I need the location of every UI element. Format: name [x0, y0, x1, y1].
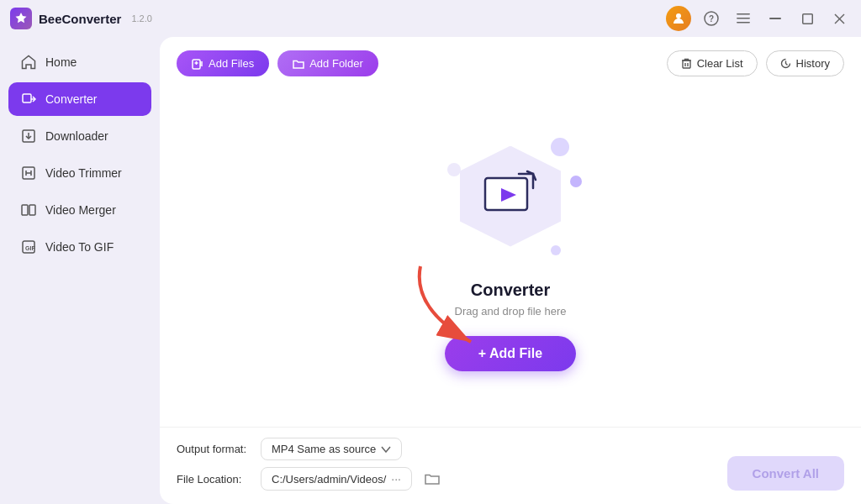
- sidebar-item-home-label: Home: [45, 55, 77, 69]
- trimmer-icon: [20, 165, 37, 181]
- svg-rect-19: [29, 205, 35, 215]
- toolbar-right: Clear List History: [667, 50, 844, 76]
- file-location-input[interactable]: C:/Users/admin/Videos/ ···: [261, 467, 412, 491]
- output-format-label: Output format:: [177, 443, 252, 455]
- dot-decoration-4: [447, 163, 461, 176]
- dot-decoration-1: [551, 138, 569, 156]
- media-icon: [481, 170, 540, 223]
- home-icon: [20, 54, 37, 71]
- svg-rect-7: [802, 13, 812, 24]
- app-logo: [10, 8, 32, 29]
- add-files-button[interactable]: Add Files: [177, 50, 269, 76]
- title-bar-controls: ?: [666, 6, 851, 31]
- history-button[interactable]: History: [766, 50, 844, 76]
- svg-rect-28: [683, 60, 690, 68]
- downloader-icon: [20, 128, 37, 144]
- gif-icon: GIF: [20, 239, 37, 255]
- dot-decoration-3: [551, 245, 561, 255]
- svg-text:?: ?: [709, 14, 714, 24]
- convert-all-button[interactable]: Convert All: [727, 456, 844, 491]
- bottom-bar: Output format: MP4 Same as source File L…: [160, 427, 861, 504]
- toolbar: Add Files Add Folder: [160, 37, 861, 90]
- drop-zone-subtitle: Drag and drop file here: [455, 305, 567, 318]
- sidebar-item-downloader-label: Downloader: [45, 129, 108, 143]
- sidebar-item-video-to-gif-label: Video To GIF: [45, 240, 114, 254]
- format-row: Output format: MP4 Same as source: [177, 438, 444, 460]
- svg-rect-18: [22, 205, 28, 215]
- sidebar-item-video-merger-label: Video Merger: [45, 203, 116, 217]
- hex-container: [443, 129, 578, 264]
- svg-rect-3: [737, 13, 750, 15]
- location-dots-button[interactable]: ···: [391, 472, 401, 486]
- dot-decoration-2: [570, 176, 582, 187]
- sidebar-item-home[interactable]: Home: [8, 45, 151, 79]
- output-format-select[interactable]: MP4 Same as source: [261, 438, 402, 460]
- maximize-button[interactable]: [795, 7, 819, 30]
- svg-rect-5: [737, 22, 750, 24]
- sidebar-item-converter[interactable]: Converter: [8, 82, 151, 116]
- svg-text:GIF: GIF: [25, 245, 35, 251]
- svg-rect-10: [23, 94, 31, 102]
- file-location-label: File Location:: [177, 473, 252, 486]
- add-file-button[interactable]: + Add File: [445, 336, 576, 371]
- help-button[interactable]: ?: [700, 7, 723, 30]
- svg-rect-6: [769, 18, 781, 19]
- drop-zone[interactable]: Converter Drag and drop file here + Add …: [160, 90, 861, 427]
- sidebar-item-downloader[interactable]: Downloader: [8, 119, 151, 153]
- converter-icon: [20, 91, 37, 108]
- app-version: 1.2.0: [131, 13, 151, 24]
- merger-icon: [20, 202, 37, 218]
- svg-point-0: [676, 13, 681, 18]
- close-button[interactable]: [827, 7, 851, 30]
- location-row: File Location: C:/Users/admin/Videos/ ··…: [177, 467, 444, 491]
- sidebar: Home Converter Downloader: [0, 37, 160, 504]
- sidebar-item-video-trimmer-label: Video Trimmer: [45, 166, 122, 180]
- svg-rect-4: [737, 18, 750, 19]
- bottom-settings: Output format: MP4 Same as source File L…: [177, 438, 444, 491]
- minimize-button[interactable]: [763, 7, 787, 30]
- sidebar-item-video-merger[interactable]: Video Merger: [8, 193, 151, 227]
- title-bar-left: BeeConverter 1.2.0: [10, 8, 152, 29]
- menu-button[interactable]: [732, 7, 755, 30]
- clear-list-button[interactable]: Clear List: [667, 50, 758, 76]
- avatar-button[interactable]: [666, 6, 691, 31]
- drop-zone-title: Converter: [471, 281, 550, 300]
- sidebar-item-video-trimmer[interactable]: Video Trimmer: [8, 156, 151, 190]
- browse-folder-button[interactable]: [420, 467, 444, 491]
- main-layout: Home Converter Downloader: [0, 37, 861, 504]
- content-area: Add Files Add Folder: [160, 37, 861, 504]
- app-name: BeeConverter: [39, 12, 121, 26]
- toolbar-left: Add Files Add Folder: [177, 50, 378, 76]
- add-folder-button[interactable]: Add Folder: [277, 50, 378, 76]
- sidebar-item-converter-label: Converter: [45, 92, 97, 106]
- title-bar: BeeConverter 1.2.0 ?: [0, 0, 861, 37]
- sidebar-item-video-to-gif[interactable]: GIF Video To GIF: [8, 230, 151, 264]
